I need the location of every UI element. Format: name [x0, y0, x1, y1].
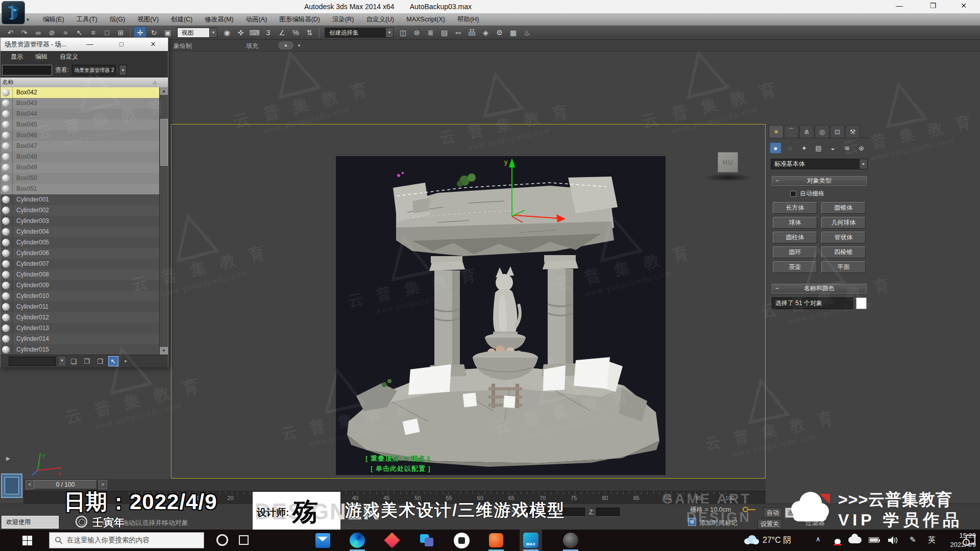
qq-tray-icon[interactable] [832, 534, 843, 546]
motion-tab-icon[interactable]: ◎ [815, 125, 829, 138]
render-production-icon[interactable]: ♨ [521, 27, 533, 39]
hu-cube-object[interactable]: HU [718, 152, 738, 172]
taskbar-game-app-icon[interactable] [450, 530, 473, 551]
taskbar-dark-app-icon[interactable] [559, 530, 582, 551]
weather-cloud-icon[interactable] [744, 535, 760, 544]
menu-item[interactable]: 自定义(U) [360, 13, 400, 26]
menu-item[interactable]: 创建(C) [165, 13, 199, 26]
se-close-button[interactable]: ✕ [145, 38, 161, 51]
primitive-button[interactable]: 茶壶 [773, 261, 817, 273]
taskbar-3dsmax-icon[interactable]: MAX [520, 530, 542, 551]
se-list-item[interactable]: Box050 [1, 173, 159, 184]
rendered-frame-icon[interactable]: ▦ [507, 27, 520, 39]
primitive-button[interactable]: 几何球体 [821, 217, 866, 229]
viewport-expand-arrow-icon[interactable]: ▶ [6, 456, 10, 461]
cameras-icon[interactable]: ▤ [813, 142, 824, 154]
application-menu-button[interactable] [2, 1, 25, 24]
render-setup-icon[interactable]: ⚙ [493, 27, 506, 39]
se-list-item[interactable]: Cylinder014 [1, 334, 159, 344]
select-object-icon[interactable]: ↖ [73, 27, 86, 39]
material-editor-icon[interactable]: ◈ [479, 27, 492, 39]
hierarchy-tab-icon[interactable]: ⋔ [799, 125, 814, 138]
taskbar-tiles-app-icon[interactable] [415, 530, 438, 551]
set-key-button[interactable]: 设置关 [757, 519, 782, 529]
tray-chevron-icon[interactable]: ∧ [816, 535, 821, 543]
taskbar-search-box[interactable]: 在这里输入你要搜索的内容 [49, 532, 204, 548]
menu-item[interactable]: MAXScript(X) [400, 13, 451, 26]
se-list-item[interactable]: Box045 [1, 119, 159, 130]
primitive-button[interactable]: 球体 [773, 217, 817, 229]
se-list-item[interactable]: Cylinder007 [1, 259, 159, 269]
se-list-item[interactable]: Cylinder004 [1, 227, 159, 237]
create-tab-icon[interactable]: ☀ [769, 125, 783, 138]
se-minimize-button[interactable]: — [82, 38, 97, 51]
display-tab-icon[interactable]: ⊡ [830, 125, 845, 138]
primitive-type-dropdown[interactable]: 标准基本体 ▼ [771, 159, 868, 169]
se-list-item[interactable]: Box044 [1, 109, 159, 119]
primitive-button[interactable]: 管状体 [821, 232, 866, 243]
shapes-icon[interactable]: ◌ [784, 142, 796, 154]
menu-item[interactable]: 帮助(H) [451, 13, 485, 26]
select-by-name-icon[interactable]: ≡ [87, 27, 100, 39]
cortana-icon[interactable] [216, 534, 228, 546]
modify-tab-icon[interactable]: ⌒ [784, 125, 799, 138]
speaker-icon[interactable] [888, 536, 898, 544]
schematic-view-icon[interactable]: 品 [465, 27, 478, 39]
close-button[interactable]: ✕ [953, 2, 974, 12]
menu-item[interactable]: 动画(A) [239, 13, 273, 26]
se-list-item[interactable]: Cylinder009 [1, 280, 159, 291]
se-list-item[interactable]: Cylinder013 [1, 323, 159, 334]
mirror-icon[interactable]: ◫ [397, 27, 409, 39]
start-button[interactable] [22, 536, 32, 545]
se-menu-item[interactable]: 显示 [6, 53, 28, 61]
se-view-dropdown[interactable]: 场景资源管理器 2 [72, 65, 116, 76]
transfer-list-icon[interactable]: ❒ [95, 356, 105, 366]
se-list-item[interactable]: Box046 [1, 130, 159, 141]
primitive-button[interactable]: 长方体 [773, 202, 817, 214]
primitive-button[interactable]: 四棱锥 [821, 246, 866, 258]
menu-item[interactable]: 视图(V) [131, 13, 165, 26]
primitive-button[interactable]: 圆柱体 [773, 232, 817, 243]
viewport-layout-tab[interactable] [1, 473, 22, 498]
named-selection-set-dropdown[interactable]: 创建选择集 ▼ [325, 28, 394, 38]
se-list-item[interactable]: Box049 [1, 162, 159, 173]
configure-overlay[interactable]: [ 单击此处以配置 ] [371, 464, 431, 473]
keyboard-override-icon[interactable]: ⌨ [248, 27, 261, 39]
use-pivot-center-icon[interactable]: ◉ [220, 27, 233, 39]
primitive-button[interactable]: 圆环 [773, 246, 817, 258]
se-list-item[interactable]: Cylinder008 [1, 269, 159, 280]
align-icon[interactable]: ⊜ [410, 27, 423, 39]
scene-explorer-titlebar[interactable]: 场景资源管理器 - 场... — □ ✕ [1, 38, 168, 51]
menu-item[interactable]: 工具(T) [70, 13, 104, 26]
se-list-item[interactable]: Cylinder002 [1, 205, 159, 216]
scroll-down-icon[interactable]: ▼ [160, 347, 168, 355]
redo-icon[interactable]: ↷ [18, 27, 31, 39]
menu-item[interactable]: 编辑(E) [37, 13, 70, 26]
helpers-icon[interactable]: ◒ [827, 142, 839, 154]
se-maximize-button[interactable]: □ [114, 38, 129, 51]
restore-button[interactable]: ❐ [923, 2, 943, 12]
copy-list-icon[interactable]: ❏ [68, 356, 79, 366]
ime-indicator[interactable]: 英 [928, 535, 936, 545]
layer-manager-icon[interactable]: ≣ [424, 27, 437, 39]
weather-text[interactable]: 27°C 阴 [763, 535, 791, 546]
curve-editor-icon[interactable]: ∾ [452, 27, 464, 39]
se-list-item[interactable]: Box042 [1, 87, 159, 98]
se-list-item[interactable]: Cylinder012 [1, 312, 159, 323]
taskbar-mail-icon[interactable] [311, 530, 334, 551]
graphite-ribbon-icon[interactable]: ▤ [438, 27, 451, 39]
pick-select-icon[interactable]: ↖ [108, 356, 118, 366]
undo-icon[interactable]: ↶ [4, 27, 17, 39]
se-list-item[interactable]: Box043 [1, 98, 159, 109]
utilities-tab-icon[interactable]: ⚒ [845, 125, 860, 138]
rectangular-region-icon[interactable]: □ [101, 27, 113, 39]
bind-to-spacewarp-icon[interactable]: ≈ [59, 27, 72, 39]
scrollbar-thumb[interactable] [160, 119, 168, 166]
lights-icon[interactable]: ✦ [798, 142, 810, 154]
scroll-up-icon[interactable]: ▲ [160, 87, 168, 95]
systems-icon[interactable]: ⊛ [855, 142, 867, 154]
menu-item[interactable]: 渲染(R) [326, 13, 360, 26]
taskbar-paint-app-icon[interactable] [381, 530, 403, 551]
ribbon-fill-label[interactable]: 填充 [246, 42, 258, 51]
select-and-scale-icon[interactable]: ▣ [161, 27, 174, 39]
